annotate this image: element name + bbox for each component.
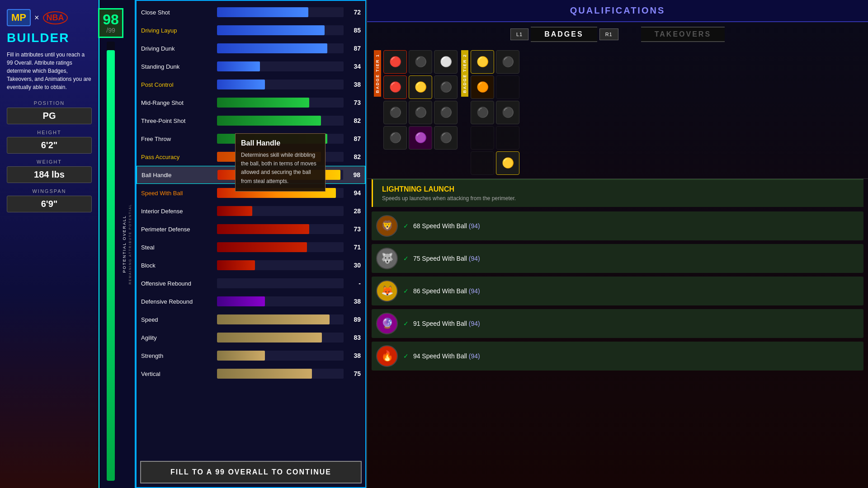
attribute-value: 98 [347,171,360,178]
badge-item[interactable]: ⚪ [434,50,458,74]
attribute-row[interactable]: Driving Layup85 [137,21,365,39]
attribute-row[interactable]: Block30 [137,256,365,274]
right-panel: QUALIFICATIONS L1 BADGES R1 TAKEOVERS BA… [366,0,868,488]
badge-item[interactable]: ⚫ [496,50,519,74]
attribute-name: Block [141,262,213,269]
r1-button[interactable]: R1 [599,28,618,40]
badge-item[interactable]: ⚫ [496,101,519,124]
attribute-row[interactable]: Perimeter Defense73 [137,220,365,238]
fill-button[interactable]: FILL TO A 99 OVERALL TO CONTINUE [140,461,362,483]
attribute-row[interactable]: Steal71 [137,238,365,256]
attribute-name: Speed With Ball [141,190,213,197]
attribute-bar-bg [217,351,344,361]
attribute-value: 89 [347,316,361,323]
attribute-name: Strength [141,352,213,359]
takeovers-tab[interactable]: TAKEOVERS [641,27,725,42]
attribute-row[interactable]: Post Control38 [137,75,365,94]
attribute-bar-fill [217,369,312,379]
badge-item[interactable] [471,151,494,175]
attribute-bar-fill [217,242,307,252]
badge-item[interactable]: ⚫ [383,101,407,124]
attribute-bar-fill [217,25,325,35]
attribute-name: Free Throw [141,136,213,142]
requirement-text: ✓ 75 Speed With Ball (94) [403,255,480,262]
attribute-list: Close Shot72Driving Layup85Driving Dunk8… [137,1,365,457]
badge-item[interactable]: 🔴 [383,50,407,74]
badge-item[interactable]: 🟡 [471,50,494,74]
tooltip-description: Determines skill while dribbling the bal… [241,151,320,186]
builder-description: Fill in attributes until you reach a 99 … [7,51,92,91]
requirement-text: ✓ 86 Speed With Ball (94) [403,287,480,295]
builder-title: BUILDER [7,31,92,45]
attribute-row[interactable]: Strength38 [137,347,365,365]
badge-tier-1-section: BADGE TIER 1 🔴 ⚫ ⚪ 🔴 🟡 ⚫ ⚫ ⚫ ⚫ ⚫ � [374,50,458,175]
tier1-badge-grid: 🔴 ⚫ ⚪ 🔴 🟡 ⚫ ⚫ ⚫ ⚫ ⚫ 🟣 ⚫ [383,50,458,150]
requirement-icon: 🔮 [376,313,398,334]
height-block: HEIGHT 6'2" [7,130,92,154]
badge-item[interactable]: ⚫ [409,50,432,74]
badge-item[interactable]: ⚫ [471,101,494,124]
attribute-name: Perimeter Defense [141,226,213,233]
attribute-row[interactable]: Offensive Rebound- [137,274,365,292]
badge-item[interactable]: 🟡 [409,75,432,99]
attribute-row[interactable]: Agility83 [137,328,365,347]
tooltip-title: Ball Handle [241,139,320,147]
height-label: HEIGHT [7,130,92,135]
weight-value[interactable]: 184 lbs [7,166,92,183]
attribute-row[interactable]: Vertical75 [137,365,365,383]
attribute-value: 87 [347,135,361,142]
overall-max: /99 [100,27,121,34]
badges-tab[interactable]: BADGES [531,27,597,42]
requirement-icon: 🦁 [376,215,398,237]
badge-item[interactable] [496,75,519,99]
requirement-item: 🦁✓ 68 Speed With Ball (94) [372,211,863,240]
qualifications-header: QUALIFICATIONS [367,0,868,22]
attribute-value: 94 [347,189,361,197]
tooltip-box: Ball Handle Determines skill while dribb… [235,133,326,192]
badge-item[interactable] [496,126,519,150]
attribute-bar-bg [217,80,344,89]
wingspan-block: WINGSPAN 6'9" [7,188,92,212]
attribute-row[interactable]: Three-Point Shot82 [137,112,365,130]
attribute-name: Three-Point Shot [141,117,213,124]
attribute-bar-fill [217,224,309,234]
attribute-bar-fill [217,61,260,71]
badge-item[interactable] [471,126,494,150]
attribute-row[interactable]: Speed89 [137,310,365,328]
attribute-bar-bg [217,278,344,288]
attribute-name: Ball Handle [142,172,214,178]
wingspan-value[interactable]: 6'9" [7,196,92,212]
attribute-name: Vertical [141,371,213,377]
attribute-bar-fill [217,314,330,324]
attribute-name: Post Control [141,81,213,88]
height-value[interactable]: 6'2" [7,137,92,154]
attribute-bar-bg [217,61,344,71]
requirement-text: ✓ 91 Speed With Ball (94) [403,320,480,327]
attribute-value: 82 [347,153,361,160]
attribute-name: Mid-Range Shot [141,99,213,106]
attribute-row[interactable]: Interior Defense28 [137,202,365,220]
position-value[interactable]: PG [7,108,92,124]
requirement-icon: 🔥 [376,345,398,367]
badge-item[interactable]: 🟡 [496,151,519,175]
attribute-name: Speed [141,316,213,323]
badge-item[interactable]: ⚫ [434,75,458,99]
attribute-row[interactable]: Mid-Range Shot73 [137,94,365,112]
attribute-row[interactable]: Standing Dunk34 [137,57,365,75]
badge-item[interactable]: 🟠 [471,75,494,99]
badge-item[interactable]: ⚫ [409,101,432,124]
attribute-name: Driving Layup [141,27,213,34]
attribute-row[interactable]: Driving Dunk87 [137,39,365,57]
position-block: POSITION PG [7,100,92,124]
overall-number: 98 [100,12,121,27]
attribute-row[interactable]: Close Shot72 [137,3,365,21]
badge-item[interactable]: 🔴 [383,75,407,99]
l1-button[interactable]: L1 [510,28,528,40]
badge-item[interactable]: ⚫ [383,126,407,150]
attribute-row[interactable]: Defensive Rebound38 [137,292,365,310]
attribute-bar-bg [217,25,344,35]
badge-item[interactable]: ⚫ [434,126,458,150]
badge-item[interactable]: ⚫ [434,101,458,124]
attribute-name: Pass Accuracy [141,154,213,160]
badge-item[interactable]: 🟣 [409,126,432,150]
